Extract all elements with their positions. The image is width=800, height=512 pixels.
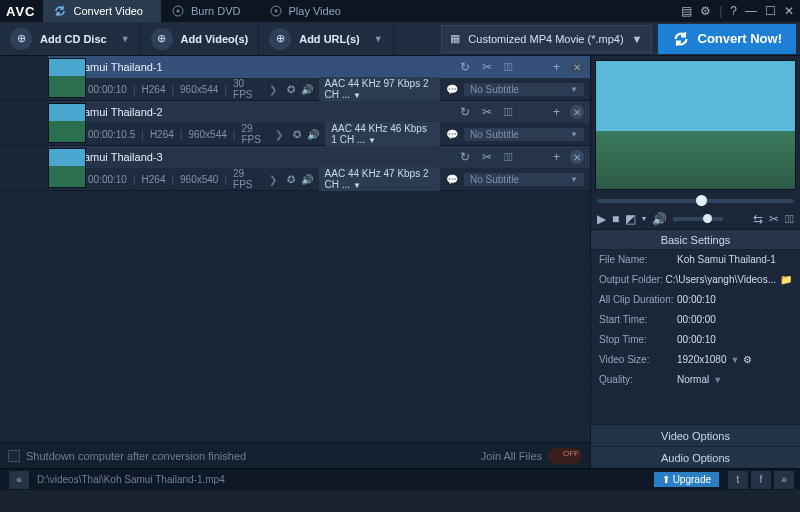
add-videos-button[interactable]: ⊕ Add Video(s) [141, 22, 260, 56]
setting-stop-time: Stop Time:00:00:10 [591, 330, 800, 350]
audio-select[interactable]: AAC 44 KHz 47 Kbps 2 CH ... ▼ [319, 167, 440, 191]
chevron-down-icon[interactable]: ▾ [642, 214, 646, 223]
settings-header: Basic Settings [591, 230, 800, 250]
video-options-button[interactable]: Video Options [591, 424, 800, 446]
gear-icon[interactable]: ⚙ [743, 354, 752, 365]
main-tabs: Convert Video Burn DVD Play Video [43, 0, 681, 22]
vcodec-text: H264 [150, 129, 174, 140]
help-icon[interactable]: ? [730, 4, 737, 18]
remove-icon[interactable]: ✕ [570, 150, 584, 164]
refresh-icon[interactable]: ↻ [458, 150, 472, 164]
setting-video-size: Video Size:1920x1080▼ ⚙ [591, 350, 800, 370]
subtitle-select[interactable]: No Subtitle▼ [464, 173, 584, 186]
video-preview[interactable] [595, 60, 796, 190]
output-profile-select[interactable]: ▦ Customized MP4 Movie (*.mp4) ▼ [441, 25, 651, 53]
crop-icon[interactable]: ✂⃠ [502, 105, 515, 119]
play-icon[interactable]: ▶ [597, 212, 606, 226]
effects-icon[interactable]: ✪ [293, 129, 301, 140]
video-thumbnail[interactable] [48, 148, 86, 188]
film-icon: ▦ [450, 32, 460, 45]
refresh-icon[interactable]: ↻ [458, 105, 472, 119]
maximize-icon[interactable]: ☐ [765, 4, 776, 18]
status-path: D:\videos\Thai\Koh Samui Thailand-1.mp4 [37, 474, 225, 485]
remove-icon[interactable]: ✕ [570, 105, 584, 119]
svg-point-1 [177, 10, 180, 13]
prev-icon[interactable]: « [9, 471, 29, 489]
menu-icon[interactable]: ▤ [681, 4, 692, 18]
button-label: Add CD Disc [40, 33, 107, 45]
video-thumbnail[interactable] [48, 58, 86, 98]
chevron-right-icon[interactable]: ❯ [269, 174, 277, 185]
duration-text: 00:00:10 [88, 84, 127, 95]
unchecked-box[interactable] [8, 450, 20, 462]
add-cd-disc-button[interactable]: ⊕ Add CD Disc ▼ [0, 22, 141, 56]
subtitle-select[interactable]: No Subtitle▼ [464, 83, 584, 96]
vcodec-text: H264 [142, 84, 166, 95]
scrub-bar[interactable] [591, 194, 800, 208]
refresh-icon[interactable]: ↻ [458, 60, 472, 74]
upgrade-button[interactable]: ⬆Upgrade [654, 472, 719, 487]
facebook-icon[interactable]: f [751, 471, 771, 489]
setting-duration: All Clip Duration:00:00:10 [591, 290, 800, 310]
crop-icon[interactable]: ✂⃠ [785, 212, 794, 226]
snapshot-icon[interactable]: ◩ [625, 212, 636, 226]
remove-icon[interactable]: ✕ [570, 60, 584, 74]
chevron-down-icon[interactable]: ▼ [121, 34, 130, 44]
gear-icon[interactable]: ⚙ [700, 4, 711, 18]
list-footer: Shutdown computer after conversion finis… [0, 442, 590, 468]
chevron-right-icon[interactable]: ❯ [275, 129, 283, 140]
file-row[interactable]: Koh Samui Thailand-3↻✂✂⃠+✕✓🕘00:00:10|H26… [0, 146, 590, 191]
convert-now-button[interactable]: Convert Now! [658, 24, 797, 54]
close-icon[interactable]: ✕ [784, 4, 794, 18]
stop-icon[interactable]: ■ [612, 212, 619, 226]
volume-icon[interactable]: 🔊 [652, 212, 667, 226]
subtitle-icon: 💬 [446, 129, 458, 140]
minimize-icon[interactable]: ― [745, 4, 757, 18]
film-plus-icon: ⊕ [151, 28, 173, 50]
filename-field[interactable]: Koh Samui Thailand-1 [677, 254, 776, 265]
trim-icon[interactable]: ✂ [480, 150, 494, 164]
video-thumbnail[interactable] [48, 103, 86, 143]
chevron-down-icon[interactable]: ▼ [374, 34, 383, 44]
loop-icon[interactable]: ⇆ [753, 212, 763, 226]
add-icon[interactable]: + [551, 150, 562, 164]
tab-burn-dvd[interactable]: Burn DVD [161, 0, 259, 22]
player-controls: ▶ ■ ◩▾ 🔊 ⇆ ✂ ✂⃠ [591, 208, 800, 230]
next-icon[interactable]: » [774, 471, 794, 489]
file-title: Koh Samui Thailand-3 [54, 151, 450, 163]
join-files-toggle[interactable] [548, 448, 582, 464]
file-row[interactable]: Koh Samui Thailand-1↻✂✂⃠+✕✓🕘00:00:10|H26… [0, 56, 590, 101]
chevron-right-icon[interactable]: ❯ [269, 84, 277, 95]
quality-select[interactable]: Normal [677, 374, 709, 385]
file-row[interactable]: Koh Samui Thailand-2↻✂✂⃠+✕✓🕘00:00:10.5|H… [0, 101, 590, 146]
volume-slider[interactable] [673, 217, 723, 221]
subtitle-select[interactable]: No Subtitle▼ [464, 128, 584, 141]
video-size-select[interactable]: 1920x1080 [677, 354, 727, 365]
chevron-down-icon[interactable]: ▼ [731, 355, 740, 365]
effects-icon[interactable]: ✪ [287, 174, 295, 185]
trim-icon[interactable]: ✂ [480, 105, 494, 119]
add-icon[interactable]: + [551, 60, 562, 74]
audio-options-button[interactable]: Audio Options [591, 446, 800, 468]
audio-select[interactable]: AAC 44 KHz 46 Kbps 1 CH ... ▼ [325, 122, 440, 146]
button-label: Add URL(s) [299, 33, 360, 45]
tab-play-video[interactable]: Play Video [259, 0, 359, 22]
trim-icon[interactable]: ✂ [769, 212, 779, 226]
trim-icon[interactable]: ✂ [480, 60, 494, 74]
duration-text: 00:00:10.5 [88, 129, 135, 140]
browse-folder-icon[interactable]: 📁 [780, 274, 792, 285]
audio-select[interactable]: AAC 44 KHz 97 Kbps 2 CH ... ▼ [319, 77, 440, 101]
add-urls-button[interactable]: ⊕ Add URL(s) ▼ [259, 22, 393, 56]
twitter-icon[interactable]: t [728, 471, 748, 489]
globe-plus-icon: ⊕ [269, 28, 291, 50]
vcodec-text: H264 [142, 174, 166, 185]
chevron-down-icon[interactable]: ▼ [713, 375, 722, 385]
refresh-icon [672, 30, 690, 48]
add-icon[interactable]: + [551, 105, 562, 119]
tab-convert-video[interactable]: Convert Video [43, 0, 161, 22]
setting-output-folder: Output Folder:C:\Users\yangh\Videos...📁 [591, 270, 800, 290]
crop-icon[interactable]: ✂⃠ [502, 60, 515, 74]
effects-icon[interactable]: ✪ [287, 84, 295, 95]
join-files-label: Join All Files [481, 450, 542, 462]
crop-icon[interactable]: ✂⃠ [502, 150, 515, 164]
